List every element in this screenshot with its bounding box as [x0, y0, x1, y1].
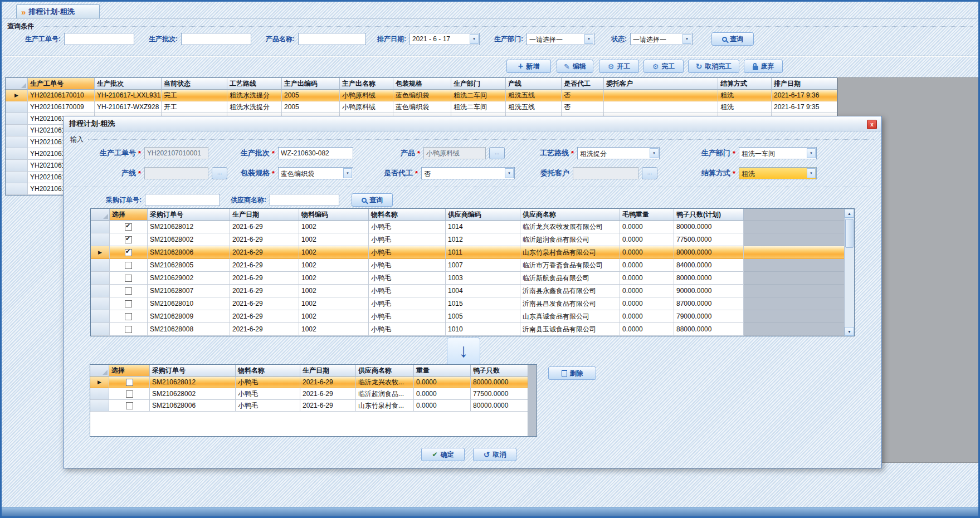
table-row[interactable]: SM2106280052021-6-291002小鸭毛1007临沂市万香斋食品有… — [91, 259, 854, 272]
product-lookup-button[interactable]: ... — [489, 147, 505, 159]
row-checkbox[interactable] — [126, 402, 133, 409]
header-cell[interactable]: 毛鸭重量 — [620, 209, 674, 221]
header-cell[interactable]: 产线 — [506, 78, 562, 90]
header-cell[interactable]: 选择 — [109, 365, 150, 377]
status-select[interactable]: 一请选择一 ▼ — [630, 33, 693, 45]
table-row[interactable]: ✔SM2106280122021-6-291002小鸭毛1014临沂龙兴农牧发展… — [91, 221, 854, 233]
table-row[interactable]: SM2106280092021-6-291002小鸭毛1005山东真诚食品有限公… — [91, 310, 854, 323]
row-checkbox[interactable]: ✔ — [125, 223, 132, 231]
row-selector[interactable]: ▶ — [91, 246, 110, 259]
header-cell[interactable]: 包装规格 — [393, 78, 451, 90]
row-checkbox[interactable]: ✔ — [125, 249, 132, 256]
header-cell[interactable]: 主产出名称 — [340, 78, 393, 90]
header-cell[interactable]: 采购订单号 — [150, 365, 236, 377]
row-checkbox[interactable] — [126, 390, 133, 398]
move-down-button[interactable]: ↓ — [447, 338, 480, 365]
chevron-down-icon[interactable]: ▼ — [343, 168, 352, 178]
header-cell[interactable]: 鸭子只数 — [471, 365, 529, 377]
header-cell[interactable]: 供应商编码 — [446, 209, 520, 221]
header-cell[interactable]: 选择 — [110, 209, 148, 221]
row-checkbox[interactable] — [125, 300, 132, 307]
header-cell[interactable]: 物料编码 — [299, 209, 369, 221]
close-icon[interactable]: x — [867, 120, 877, 129]
batch-input[interactable] — [181, 33, 251, 45]
table-row[interactable]: SM210628006小鸭毛2021-6-29山东竹泉村食...0.000080… — [90, 400, 537, 412]
dialog-search-button[interactable]: 查询 — [352, 193, 393, 207]
row-checkbox[interactable] — [125, 287, 132, 295]
header-cell[interactable]: 采购订单号 — [148, 209, 230, 221]
row-selector[interactable] — [91, 221, 110, 233]
cancel-button[interactable]: ↺ 取消 — [473, 448, 516, 461]
row-checkbox[interactable] — [125, 262, 132, 269]
po-filter-input[interactable] — [145, 194, 220, 206]
table-row[interactable]: SM210628002小鸭毛2021-6-29临沂超润食品...0.000077… — [90, 388, 537, 400]
ok-button[interactable]: ✔ 确定 — [421, 448, 465, 461]
table-row[interactable]: SM2106280072021-6-291002小鸭毛1004沂南县永鑫食品有限… — [91, 285, 854, 297]
chevron-down-icon[interactable]: ▼ — [807, 148, 816, 158]
header-cell[interactable]: 委托客户 — [604, 78, 718, 90]
header-cell[interactable]: 供应商名称 — [520, 209, 620, 221]
table-row[interactable]: YH202106170009YH-210617-WXZ928开工粗洗水洗提分20… — [6, 101, 837, 113]
discard-button[interactable]: 废弃 — [744, 60, 783, 73]
route-select[interactable]: 粗洗提分 ▼ — [577, 147, 660, 159]
cancel-finish-button[interactable]: ↻ 取消完工 — [688, 60, 739, 73]
row-selector[interactable]: ▶ — [90, 377, 109, 388]
table-row[interactable]: SM2106280102021-6-291002小鸭毛1015沂南县昌发食品有限… — [91, 297, 854, 310]
search-button[interactable]: 查询 — [711, 32, 754, 46]
chevron-down-icon[interactable]: ▼ — [470, 34, 479, 44]
product-name-input[interactable] — [298, 33, 366, 45]
header-cell[interactable]: 生产批次 — [95, 78, 162, 90]
row-checkbox[interactable] — [126, 379, 133, 386]
row-checkbox[interactable] — [125, 313, 132, 320]
schedule-date-select[interactable]: 2021 - 6 - 17 ▼ — [409, 33, 480, 45]
table-row[interactable]: ▶✔SM2106280062021-6-291002小鸭毛1011山东竹泉村食品… — [91, 246, 854, 259]
table-row[interactable]: ▶SM210628012小鸭毛2021-6-29临沂龙兴农牧...0.00008… — [90, 377, 537, 388]
header-cell[interactable]: 结算方式 — [718, 78, 772, 90]
header-cell[interactable]: 生产日期 — [300, 365, 356, 377]
header-cell[interactable]: 生产部门 — [451, 78, 506, 90]
vertical-scrollbar[interactable]: ▲▼ — [844, 209, 854, 336]
row-selector[interactable] — [91, 297, 110, 310]
table-row[interactable]: SM2106280082021-6-291002小鸭毛1010沂南县玉诚食品有限… — [91, 323, 854, 336]
supplier-filter-input[interactable] — [270, 194, 339, 206]
row-selector[interactable] — [91, 272, 110, 285]
row-checkbox[interactable] — [125, 275, 132, 282]
row-selector[interactable] — [91, 323, 110, 336]
row-selector[interactable] — [91, 259, 110, 272]
header-cell[interactable]: 生产工单号 — [28, 78, 95, 90]
header-cell[interactable]: 物料名称 — [236, 365, 300, 377]
row-selector[interactable] — [6, 101, 28, 113]
header-cell[interactable]: 鸭子只数(计划) — [674, 209, 744, 221]
header-cell[interactable]: 重量 — [414, 365, 471, 377]
header-cell[interactable]: 当前状态 — [162, 78, 227, 90]
table-row[interactable]: ✔SM2106280022021-6-291002小鸭毛1012临沂超润食品有限… — [91, 233, 854, 246]
row-selector[interactable] — [90, 400, 109, 412]
chevron-down-icon[interactable]: ▼ — [505, 168, 514, 178]
work-order-input[interactable] — [64, 33, 134, 45]
header-cell[interactable]: 是否代工 — [562, 78, 604, 90]
client-input[interactable] — [573, 167, 638, 179]
scroll-down-icon[interactable]: ▼ — [845, 327, 854, 336]
row-selector[interactable] — [91, 285, 110, 297]
chevron-down-icon[interactable]: ▼ — [807, 168, 816, 178]
production-dept-select[interactable]: 一请选择一 ▼ — [526, 33, 594, 45]
line-input[interactable] — [144, 167, 208, 179]
finish-work-button[interactable]: ⚙ 完工 — [643, 60, 684, 73]
row-selector[interactable] — [91, 310, 110, 323]
header-cell[interactable]: 供应商名称 — [356, 365, 414, 377]
header-cell[interactable]: 工艺路线 — [227, 78, 282, 90]
row-selector[interactable] — [6, 160, 28, 172]
tab-scheduling-plan[interactable]: » 排程计划-粗洗 — [16, 4, 100, 18]
header-cell[interactable]: 排产日期 — [772, 78, 837, 90]
chevron-down-icon[interactable]: ▼ — [584, 34, 593, 44]
row-selector[interactable] — [91, 233, 110, 246]
package-select[interactable]: 蓝色编织袋 ▼ — [278, 167, 353, 179]
dialog-work-order-input[interactable] — [144, 147, 208, 159]
dept-select[interactable]: 粗洗一车间 ▼ — [739, 147, 817, 159]
dialog-titlebar[interactable]: 排程计划-粗洗 — [64, 116, 881, 131]
row-selector[interactable] — [90, 388, 109, 400]
header-cell[interactable]: 物料名称 — [369, 209, 446, 221]
start-work-button[interactable]: ⚙ 开工 — [599, 60, 639, 73]
row-selector[interactable]: ▶ — [6, 90, 28, 101]
edit-button[interactable]: ✎ 编辑 — [557, 60, 593, 73]
